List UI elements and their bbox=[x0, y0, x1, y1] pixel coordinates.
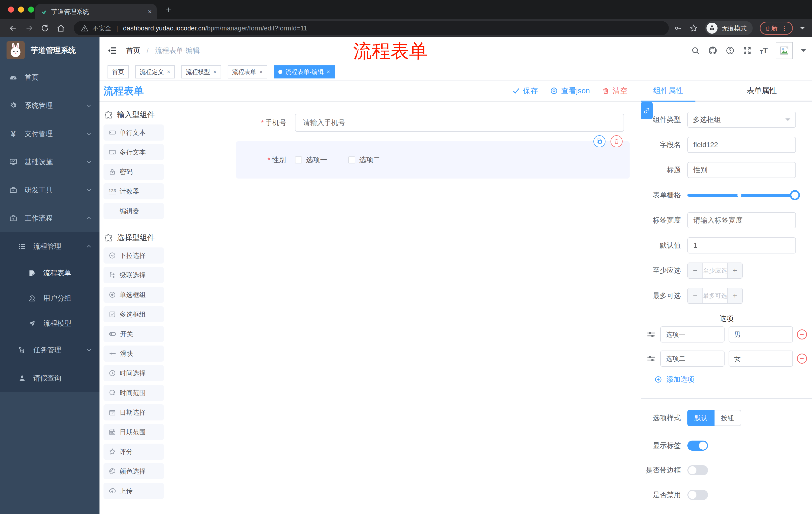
tag-process-form-edit[interactable]: 流程表单-编辑× bbox=[274, 65, 335, 78]
sidebar-item-workflow[interactable]: 工作流程 bbox=[0, 204, 99, 232]
password-key-icon[interactable] bbox=[674, 24, 683, 32]
stepper-plus-button[interactable]: + bbox=[727, 288, 742, 303]
clear-button[interactable]: 清空 bbox=[602, 86, 628, 96]
fullscreen-icon[interactable] bbox=[743, 46, 752, 55]
not-secure-warning-icon[interactable] bbox=[81, 24, 88, 32]
add-option-button[interactable]: 添加选项 bbox=[654, 375, 812, 384]
window-minimize-button[interactable] bbox=[18, 6, 24, 12]
component-chip-editor[interactable]: 编辑器 bbox=[104, 203, 164, 219]
help-icon[interactable] bbox=[726, 46, 735, 55]
address-bar[interactable]: 不安全 | dashboard.yudao.iocoder.cn/bpm/man… bbox=[74, 21, 669, 35]
default-value-input[interactable] bbox=[687, 237, 796, 253]
component-chip-select[interactable]: 下拉选择 bbox=[104, 247, 164, 264]
avatar-caret-icon[interactable] bbox=[801, 49, 806, 54]
tag-home[interactable]: 首页 bbox=[108, 65, 128, 78]
style-default-button[interactable]: 默认 bbox=[687, 410, 715, 426]
sidebar-item-devtools[interactable]: 研发工具 bbox=[0, 176, 99, 204]
new-tab-button[interactable]: + bbox=[166, 4, 171, 15]
sidebar-item-home[interactable]: 首页 bbox=[0, 63, 99, 91]
stepper-plus-button[interactable]: + bbox=[727, 263, 742, 278]
sidebar-item-process-model[interactable]: 流程模型 bbox=[0, 311, 99, 336]
tag-close-icon[interactable]: × bbox=[167, 69, 170, 76]
window-close-button[interactable] bbox=[8, 6, 14, 12]
chevron-down-icon[interactable] bbox=[800, 27, 805, 32]
link-tab-button[interactable] bbox=[641, 102, 653, 119]
browser-menu-icon[interactable]: ⋮ bbox=[781, 24, 788, 32]
breadcrumb-home[interactable]: 首页 bbox=[126, 47, 140, 54]
stepper-minus-button[interactable]: − bbox=[688, 288, 703, 303]
title-input[interactable] bbox=[687, 162, 796, 178]
component-chip-time-range[interactable]: 时间范围 bbox=[104, 385, 164, 401]
style-button-button[interactable]: 按钮 bbox=[715, 410, 741, 426]
option-value-input[interactable] bbox=[729, 351, 793, 367]
reload-icon[interactable] bbox=[41, 24, 49, 32]
back-icon[interactable] bbox=[8, 24, 18, 33]
phone-field-row[interactable]: *手机号 bbox=[230, 114, 624, 132]
selected-component-gender[interactable]: *性别 选项一 选项二 bbox=[236, 141, 630, 179]
component-chip-rate[interactable]: 评分 bbox=[104, 443, 164, 460]
sidebar-item-user-group[interactable]: 用户分组 bbox=[0, 286, 99, 311]
component-chip-switch[interactable]: 开关 bbox=[104, 326, 164, 342]
disabled-toggle[interactable] bbox=[687, 490, 708, 500]
max-select-value[interactable]: 最多可选 bbox=[703, 288, 727, 303]
component-chip-date-picker[interactable]: 日期选择 bbox=[104, 404, 164, 421]
forward-icon[interactable] bbox=[25, 24, 34, 33]
component-chip-counter[interactable]: 123 计数器 bbox=[104, 183, 164, 199]
tab-close-icon[interactable]: × bbox=[148, 8, 152, 16]
browser-tab[interactable]: 芋道管理系统 × bbox=[35, 4, 157, 19]
delete-component-button[interactable] bbox=[610, 135, 622, 147]
user-avatar[interactable] bbox=[776, 42, 793, 59]
form-grid-slider[interactable] bbox=[687, 187, 796, 203]
tag-process-form[interactable]: 流程表单× bbox=[228, 65, 267, 78]
home-icon[interactable] bbox=[56, 24, 65, 33]
save-button[interactable]: 保存 bbox=[512, 86, 538, 96]
component-chip-color-picker[interactable]: 颜色选择 bbox=[104, 463, 164, 479]
update-button[interactable]: 更新 ⋮ bbox=[760, 22, 793, 35]
component-chip-time-picker[interactable]: 时间选择 bbox=[104, 365, 164, 381]
min-select-value[interactable]: 至少应选 bbox=[703, 263, 727, 278]
tab-component-props[interactable]: 组件属性 bbox=[641, 80, 695, 101]
checkbox[interactable] bbox=[348, 156, 355, 163]
component-chip-multiline-text[interactable]: 多行文本 bbox=[104, 144, 164, 160]
github-icon[interactable] bbox=[708, 46, 718, 55]
slider-handle[interactable] bbox=[790, 190, 800, 200]
tag-process-definition[interactable]: 流程定义× bbox=[135, 65, 175, 78]
phone-input[interactable] bbox=[295, 114, 624, 132]
sidebar-item-process-mgmt[interactable]: 流程管理 bbox=[0, 232, 99, 261]
checkbox[interactable] bbox=[295, 156, 302, 163]
gender-option-1[interactable]: 选项一 bbox=[295, 155, 327, 165]
drag-handle-icon[interactable] bbox=[646, 354, 656, 363]
component-type-select[interactable]: 多选框组 bbox=[687, 112, 796, 128]
component-chip-date-range[interactable]: 日期范围 bbox=[104, 424, 164, 440]
label-width-input[interactable] bbox=[687, 212, 796, 228]
border-toggle[interactable] bbox=[687, 465, 708, 475]
sidebar-collapse-icon[interactable] bbox=[108, 46, 117, 55]
option-label-input[interactable] bbox=[660, 326, 725, 343]
component-chip-single-text[interactable]: 单行文本 bbox=[104, 125, 164, 141]
bookmark-star-icon[interactable] bbox=[689, 24, 698, 32]
tag-process-model[interactable]: 流程模型× bbox=[181, 65, 221, 78]
field-name-input[interactable] bbox=[687, 137, 796, 153]
view-json-button[interactable]: 查看json bbox=[550, 86, 590, 96]
font-size-icon[interactable]: TT bbox=[760, 47, 768, 55]
designer-canvas[interactable]: *手机号 *性别 选项一 bbox=[230, 102, 641, 514]
copy-component-button[interactable] bbox=[593, 135, 606, 147]
tab-form-props[interactable]: 表单属性 bbox=[734, 80, 789, 101]
component-chip-checkbox-group[interactable]: 多选框组 bbox=[104, 306, 164, 322]
search-icon[interactable] bbox=[691, 46, 700, 55]
option-value-input[interactable] bbox=[729, 326, 793, 343]
sidebar-item-process-form[interactable]: 流程表单 bbox=[0, 261, 99, 286]
component-chip-password[interactable]: 密码 bbox=[104, 164, 164, 180]
gender-option-2[interactable]: 选项二 bbox=[348, 155, 380, 165]
show-label-toggle[interactable] bbox=[687, 440, 708, 451]
component-chip-radio-group[interactable]: 单选框组 bbox=[104, 287, 164, 303]
sidebar-item-task-mgmt[interactable]: 任务管理 bbox=[0, 336, 99, 364]
sidebar-item-infra[interactable]: 基础设施 bbox=[0, 148, 99, 176]
component-chip-slider[interactable]: 滑块 bbox=[104, 346, 164, 361]
component-chip-upload[interactable]: 上传 bbox=[104, 483, 164, 499]
tag-close-icon[interactable]: × bbox=[259, 69, 263, 76]
option-label-input[interactable] bbox=[660, 351, 725, 367]
drag-handle-icon[interactable] bbox=[646, 329, 656, 340]
stepper-minus-button[interactable]: − bbox=[688, 263, 703, 278]
component-chip-cascader[interactable]: 级联选择 bbox=[104, 267, 164, 283]
